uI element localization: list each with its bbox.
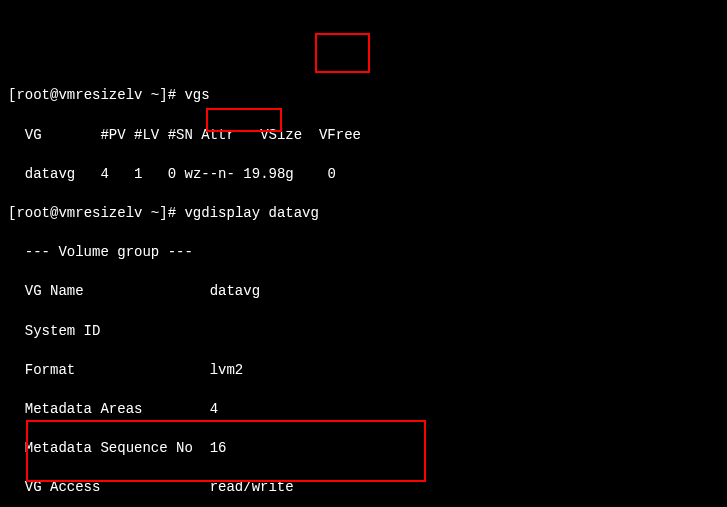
vgs-header: VG #PV #LV #SN Attr VSize VFree — [8, 126, 719, 146]
field-format: Format lvm2 — [8, 361, 719, 381]
field-vg-access: VG Access read/write — [8, 478, 719, 498]
field-metadata-seq: Metadata Sequence No 16 — [8, 439, 719, 459]
field-system-id: System ID — [8, 322, 719, 342]
prompt-line-1: [root@vmresizelv ~]# vgs — [8, 86, 719, 106]
field-metadata-areas: Metadata Areas 4 — [8, 400, 719, 420]
vgs-row: datavg 4 1 0 wz--n- 19.98g 0 — [8, 165, 719, 185]
command-vgs: vgs — [184, 87, 209, 103]
vgdisplay-header: --- Volume group --- — [8, 243, 719, 263]
highlight-vfree — [315, 33, 370, 73]
command-vgdisplay: vgdisplay datavg — [184, 205, 318, 221]
prompt-line-2: [root@vmresizelv ~]# vgdisplay datavg — [8, 204, 719, 224]
field-vg-name: VG Name datavg — [8, 282, 719, 302]
